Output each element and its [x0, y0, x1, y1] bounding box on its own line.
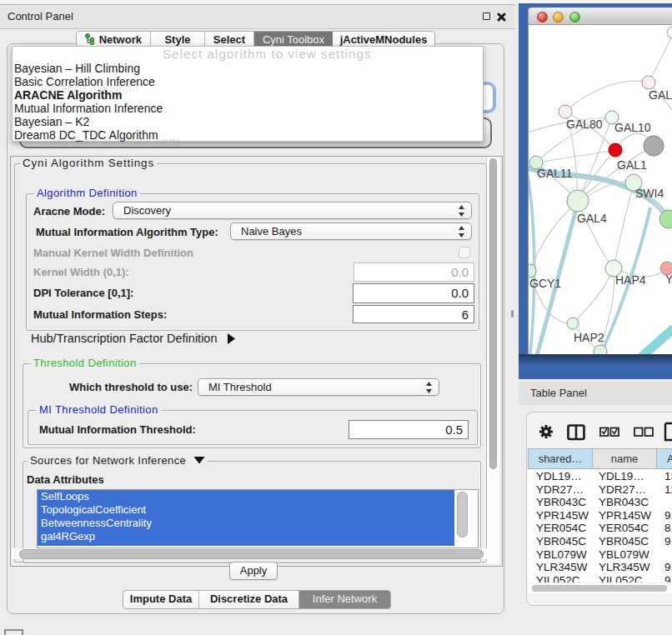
svg-text:GCY1: GCY1 [529, 277, 561, 290]
svg-text:SWI4: SWI4 [635, 187, 664, 200]
svg-text:GAL80: GAL80 [566, 118, 603, 131]
svg-text:HAP2: HAP2 [574, 331, 604, 344]
svg-text:HAP4: HAP4 [615, 273, 646, 287]
svg-text:GAL: GAL [649, 88, 672, 102]
svg-text:GAL4: GAL4 [577, 212, 607, 225]
svg-text:GAL11: GAL11 [537, 167, 573, 180]
svg-text:GAL1: GAL1 [617, 158, 647, 172]
svg-text:GAL10: GAL10 [614, 121, 651, 134]
svg-text:Y: Y [665, 272, 672, 286]
